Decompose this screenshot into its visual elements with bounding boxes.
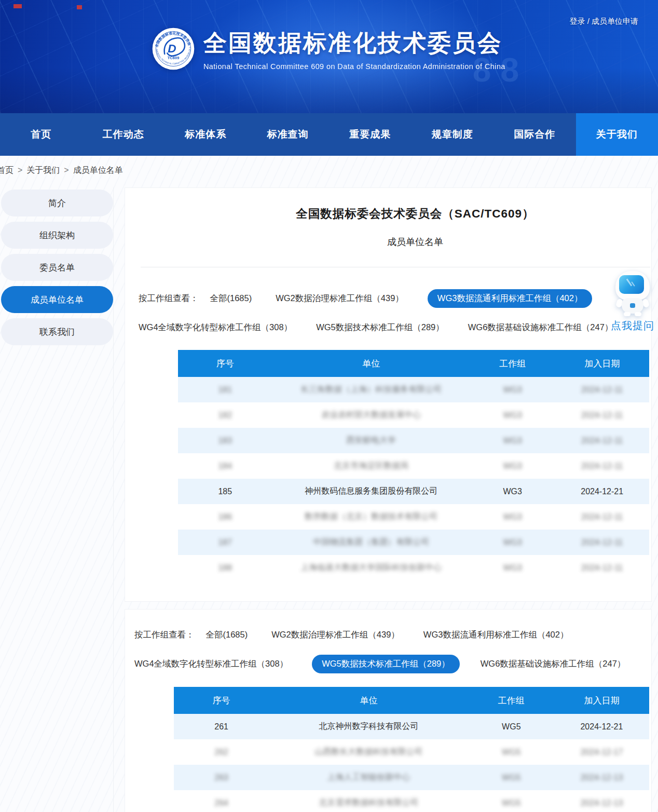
date-cell: 2024-12-11: [555, 530, 649, 555]
cell-text: WG5: [502, 722, 520, 731]
date-cell: 2024-12-13: [554, 765, 649, 790]
org-cell: 北京需求数据科技有限公司: [269, 790, 469, 812]
table-row: 186数势数据（北京）数据技术有限公司WG32024-12-11: [178, 504, 649, 530]
table-header-序号: 序号: [178, 350, 272, 377]
workgroup-cell: WG3: [470, 377, 555, 402]
sidebar-item-成员单位名单[interactable]: 成员单位名单: [1, 286, 113, 313]
org-cell: 北京神州数字科技有限公司: [269, 714, 469, 739]
cell-text: 185: [218, 487, 232, 496]
table-row: 263上海人工智能创新中心WG52024-12-13: [174, 765, 649, 790]
workgroup-cell: WG3: [470, 479, 555, 504]
banner-red-decoration: [13, 4, 22, 8]
sidebar-item-组织架构[interactable]: 组织架构: [1, 222, 113, 249]
site-subtitle: National Technical Committee 609 on Data…: [203, 62, 505, 71]
org-cell: 数势数据（北京）数据技术有限公司: [272, 504, 470, 530]
filter-option[interactable]: WG2数据治理标准工作组（439）: [271, 629, 400, 641]
filter-option[interactable]: 全部(1685): [206, 629, 248, 641]
filter-option[interactable]: WG6数据基础设施标准工作组（247）: [481, 658, 626, 670]
cell-text: WG5: [502, 748, 520, 756]
org-cell: 上海临港大数据大学国际科技创新中心: [272, 555, 470, 580]
table-header-单位: 单位: [272, 350, 470, 377]
table-header-工作组: 工作组: [470, 350, 555, 377]
assistant-widget[interactable]: 点我提问: [610, 271, 655, 333]
filter-option[interactable]: WG5数据技术标准工作组（289）: [312, 655, 460, 673]
filter-option[interactable]: WG5数据技术标准工作组（289）: [316, 322, 444, 333]
date-cell: 2024-12-11: [555, 402, 649, 428]
nav-item-关于我们[interactable]: 关于我们: [576, 113, 658, 156]
sidebar-item-委员名单[interactable]: 委员名单: [1, 254, 113, 281]
nav-item-国际合作[interactable]: 国际合作: [494, 113, 576, 156]
table-row: 264北京需求数据科技有限公司WG52024-12-13: [174, 790, 649, 812]
cell-text: 长三角数据（上海）科技服务有限公司: [300, 385, 442, 394]
breadcrumb-link-成员单位名单[interactable]: 成员单位名单: [73, 166, 123, 174]
seq-cell: 182: [178, 402, 272, 428]
date-cell: 2024-12-11: [555, 504, 649, 530]
header-banner: 88 登录 / 成员单位申请 全国数据标准化技术委员会 NATIONAL TEC…: [0, 0, 658, 113]
nav-item-重要成果[interactable]: 重要成果: [329, 113, 412, 156]
table-row: 185神州数码信息服务集团股份有限公司WG32024-12-21: [178, 479, 649, 504]
table-header-序号: 序号: [174, 687, 269, 714]
main-column: 全国数据标委会技术委员会（SAC/TC609） 成员单位名单 按工作组查看：全部…: [125, 187, 652, 812]
nav-item-标准查询[interactable]: 标准查询: [247, 113, 330, 156]
cell-text: WG3: [503, 563, 522, 572]
cell-text: 261: [214, 722, 228, 731]
brand: 全国数据标准化技术委员会 NATIONAL TECHNICAL COMMITTE…: [152, 27, 505, 71]
cell-text: 2024-12-11: [581, 462, 623, 470]
org-cell: 西安邮电大学: [272, 428, 470, 453]
cell-text: 上海人工智能创新中心: [327, 773, 410, 781]
cell-text: 中国物流集团（集团）有限公司: [313, 537, 429, 546]
filter-option[interactable]: 全部(1685): [210, 293, 252, 304]
filter-group-label: 按工作组查看：: [134, 629, 195, 641]
table-row: 187中国物流集团（集团）有限公司WG32024-12-11: [178, 530, 649, 555]
cell-text: 184: [218, 462, 232, 470]
cell-text: 263: [214, 773, 228, 782]
org-cell: 上海人工智能创新中心: [269, 765, 469, 790]
cell-text: WG3: [503, 385, 522, 394]
seq-cell: 185: [178, 479, 272, 504]
cell-text: 262: [214, 748, 228, 756]
workgroup-cell: WG3: [470, 453, 555, 479]
breadcrumb-link-关于我们[interactable]: 关于我们: [26, 166, 60, 174]
cell-text: 2024-12-11: [581, 538, 623, 547]
nav-item-工作动态[interactable]: 工作动态: [83, 113, 165, 156]
sidebar-item-简介[interactable]: 简介: [1, 190, 113, 216]
nav-item-首页[interactable]: 首页: [0, 113, 83, 156]
table-row: 188上海临港大数据大学国际科技创新中心WG32024-12-11: [178, 555, 649, 580]
seq-cell: 181: [178, 377, 272, 402]
filter-option[interactable]: WG3数据流通利用标准工作组（402）: [428, 289, 593, 308]
login-member-apply-link[interactable]: 登录 / 成员单位申请: [569, 17, 638, 26]
date-cell: 2024-12-21: [554, 714, 649, 739]
cell-text: 北京神州数字科技有限公司: [319, 722, 419, 730]
seq-cell: 184: [178, 453, 272, 479]
filter-option[interactable]: WG4全域数字化转型标准工作组（308）: [139, 322, 292, 333]
filter-option[interactable]: WG2数据治理标准工作组（439）: [276, 293, 404, 304]
nav-item-标准体系[interactable]: 标准体系: [164, 113, 247, 156]
workgroup-cell: WG3: [470, 555, 555, 580]
table-row: 181长三角数据（上海）科技服务有限公司WG32024-12-11: [178, 377, 649, 402]
filter-option[interactable]: WG6数据基础设施标准工作组（247）: [468, 322, 613, 333]
cell-text: 2024-12-13: [580, 799, 623, 807]
cell-text: WG3: [503, 462, 522, 470]
workgroup-cell: WG5: [469, 765, 554, 790]
workgroup-cell: WG3: [470, 402, 555, 428]
seq-cell: 263: [174, 765, 269, 790]
date-cell: 2024-12-11: [555, 453, 649, 479]
tc609-logo-icon: 全国数据标准化技术委员会 NATIONAL TECHNICAL COMMITTE…: [152, 27, 195, 71]
site-title: 全国数据标准化技术委员会: [203, 28, 505, 59]
seq-cell: 264: [174, 790, 269, 812]
filter-option[interactable]: WG3数据流通利用标准工作组（402）: [423, 629, 569, 641]
robot-mascot-icon[interactable]: [614, 271, 651, 316]
page-title: 全国数据标委会技术委员会（SAC/TC609）: [139, 206, 650, 222]
cell-text: 264: [214, 799, 228, 807]
cell-text: 农业农村部大数据发展中心: [321, 410, 421, 419]
main-nav: 首页工作动态标准体系标准查询重要成果规章制度国际合作关于我们: [0, 113, 658, 156]
filter-option[interactable]: WG4全域数字化转型标准工作组（308）: [134, 658, 288, 670]
member-section-wg5: 按工作组查看：全部(1685)WG2数据治理标准工作组（439）WG3数据流通利…: [125, 609, 652, 812]
seq-cell: 186: [178, 504, 272, 530]
sidebar-item-联系我们[interactable]: 联系我们: [1, 318, 113, 345]
workgroup-filter: 按工作组查看：全部(1685)WG2数据治理标准工作组（439）WG3数据流通利…: [134, 626, 650, 673]
breadcrumb-link-首页[interactable]: 首页: [0, 166, 13, 174]
assistant-label[interactable]: 点我提问: [610, 319, 655, 333]
workgroup-filter: 按工作组查看：全部(1685)WG2数据治理标准工作组（439）WG3数据流通利…: [139, 289, 650, 336]
nav-item-规章制度[interactable]: 规章制度: [412, 113, 494, 156]
